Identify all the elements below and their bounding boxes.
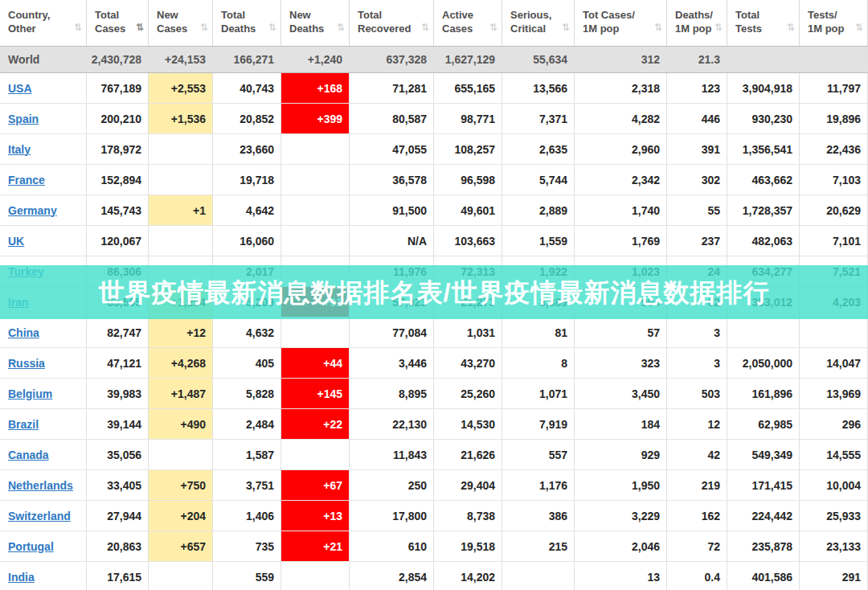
cell-tests_1m: 296: [800, 409, 868, 439]
country-link[interactable]: Belgium: [8, 387, 52, 400]
column-header-total_cases[interactable]: TotalCases⇅: [87, 0, 149, 46]
cell-new_deaths: +44: [281, 348, 350, 378]
cell-serious_critical: 557: [502, 440, 575, 469]
cell-tests_1m: 11,797: [800, 73, 868, 103]
sort-icon[interactable]: ⇅: [200, 22, 208, 33]
cell-total_deaths: 735: [213, 531, 281, 561]
country-link[interactable]: India: [8, 571, 35, 584]
country-link[interactable]: USA: [8, 82, 32, 95]
cell-total_recovered: 71,281: [350, 73, 434, 103]
cell-tests_1m: 23,133: [800, 531, 868, 561]
cell-deaths_1m: 446: [667, 104, 727, 133]
cell-country: Netherlands: [0, 470, 87, 500]
sort-icon[interactable]: ⇅: [787, 22, 795, 33]
column-label: Cases: [442, 22, 497, 35]
cell-total_tests: [727, 47, 800, 72]
cell-tests_1m: [800, 318, 868, 347]
cell-total_cases: 120,067: [87, 226, 149, 256]
cell-total_cases: 33,405: [87, 470, 149, 500]
country-link[interactable]: France: [8, 174, 45, 186]
column-header-total_tests[interactable]: TotalTests⇅: [727, 0, 800, 46]
sort-icon[interactable]: ⇅: [714, 22, 723, 33]
cell-total_cases: 39,983: [87, 379, 149, 408]
cell-cases_1m: 1,950: [575, 470, 667, 500]
sort-icon[interactable]: ⇅: [489, 22, 497, 33]
sort-icon[interactable]: ⇅: [421, 22, 429, 33]
sort-icon[interactable]: ⇅: [268, 22, 276, 33]
cell-total_deaths: 20,852: [213, 104, 281, 133]
table-row: Netherlands33,405+7503,751+6725029,4041,…: [0, 470, 868, 501]
sort-icon[interactable]: ⇅: [562, 22, 570, 33]
cell-active_cases: 21,626: [434, 440, 502, 469]
cell-country: Canada: [0, 440, 87, 469]
cell-country: Portugal: [0, 531, 87, 561]
cell-serious_critical: 5,744: [502, 165, 575, 195]
sort-icon[interactable]: ⇅: [74, 22, 82, 33]
cell-total_recovered: 47,055: [350, 134, 434, 164]
cell-serious_critical: 81: [502, 318, 575, 347]
cell-active_cases: 1,031: [434, 318, 502, 347]
cell-total_recovered: 77,084: [350, 318, 434, 347]
cell-total_recovered: 11,843: [350, 440, 434, 469]
column-header-cases_1m[interactable]: Tot Cases/1M pop⇅: [575, 0, 667, 46]
cell-total_deaths: 166,271: [213, 47, 281, 72]
column-header-new_cases[interactable]: NewCases⇅: [149, 0, 213, 46]
cell-new_deaths: +22: [281, 409, 350, 439]
cell-serious_critical: 1,071: [502, 379, 575, 408]
cell-cases_1m: 57: [575, 318, 667, 347]
cell-active_cases: 43,270: [434, 348, 502, 378]
column-header-new_deaths[interactable]: NewDeaths⇅: [281, 0, 350, 46]
cell-total_cases: 2,430,728: [87, 47, 149, 72]
column-header-active_cases[interactable]: ActiveCases⇅: [434, 0, 502, 46]
cell-active_cases: 1,627,129: [434, 47, 502, 72]
cell-new_deaths: [281, 318, 350, 347]
cell-total_cases: 178,972: [87, 134, 149, 164]
country-link[interactable]: Portugal: [8, 540, 54, 553]
cell-active_cases: 29,404: [434, 470, 502, 500]
cell-serious_critical: 215: [502, 531, 575, 561]
cell-new_deaths: [281, 440, 350, 469]
country-link[interactable]: Canada: [8, 449, 49, 461]
sort-icon[interactable]: ⇅: [337, 22, 345, 33]
country-link[interactable]: China: [8, 326, 39, 339]
country-link[interactable]: Italy: [8, 143, 31, 156]
country-link[interactable]: Brazil: [8, 418, 39, 431]
cell-new_cases: +657: [149, 531, 213, 561]
cell-total_deaths: 23,660: [213, 134, 281, 164]
cell-serious_critical: 55,634: [502, 47, 575, 72]
column-label: Serious,: [510, 8, 569, 22]
cell-total_deaths: 4,642: [213, 195, 281, 225]
column-label: Critical: [510, 22, 569, 35]
country-link[interactable]: Russia: [8, 357, 45, 370]
cell-total_tests: 3,904,918: [727, 73, 800, 103]
column-header-deaths_1m[interactable]: Deaths/1M pop⇅: [667, 0, 727, 46]
table-row: Germany145,743+14,64291,50049,6012,8891,…: [0, 195, 868, 226]
column-header-total_recovered[interactable]: TotalRecovered⇅: [350, 0, 434, 46]
cell-active_cases: 655,165: [434, 73, 502, 103]
country-link[interactable]: UK: [8, 235, 24, 248]
column-header-serious_critical[interactable]: Serious,Critical⇅: [502, 0, 575, 46]
country-link[interactable]: Switzerland: [8, 510, 71, 522]
table-row: Brazil39,144+4902,484+2222,13014,5307,91…: [0, 409, 868, 440]
column-header-country[interactable]: Country,Other⇅: [0, 0, 87, 46]
sort-active-icon[interactable]: ⇅: [136, 22, 144, 33]
column-header-tests_1m[interactable]: Tests/1M pop⇅: [800, 0, 868, 46]
cell-total_tests: 235,878: [727, 531, 800, 561]
country-link[interactable]: Germany: [8, 204, 57, 217]
cell-new_cases: [149, 134, 213, 164]
cell-total_recovered: 637,328: [350, 47, 434, 72]
sort-icon[interactable]: ⇅: [654, 22, 662, 33]
sort-icon[interactable]: ⇅: [855, 22, 863, 33]
cell-total_recovered: 80,587: [350, 104, 434, 133]
cell-total_recovered: 250: [350, 470, 434, 500]
cell-active_cases: 49,601: [434, 195, 502, 225]
column-header-total_deaths[interactable]: TotalDeaths⇅: [213, 0, 281, 46]
table-row: Italy178,97223,66047,055108,2572,6352,96…: [0, 134, 868, 165]
country-link[interactable]: Spain: [8, 113, 39, 125]
country-link[interactable]: Netherlands: [8, 479, 73, 492]
cell-tests_1m: 22,436: [800, 134, 868, 164]
cell-tests_1m: 7,103: [800, 165, 868, 195]
cell-total_deaths: 405: [213, 348, 281, 378]
cell-total_deaths: 4,632: [213, 318, 281, 347]
cell-total_cases: 47,121: [87, 348, 149, 378]
